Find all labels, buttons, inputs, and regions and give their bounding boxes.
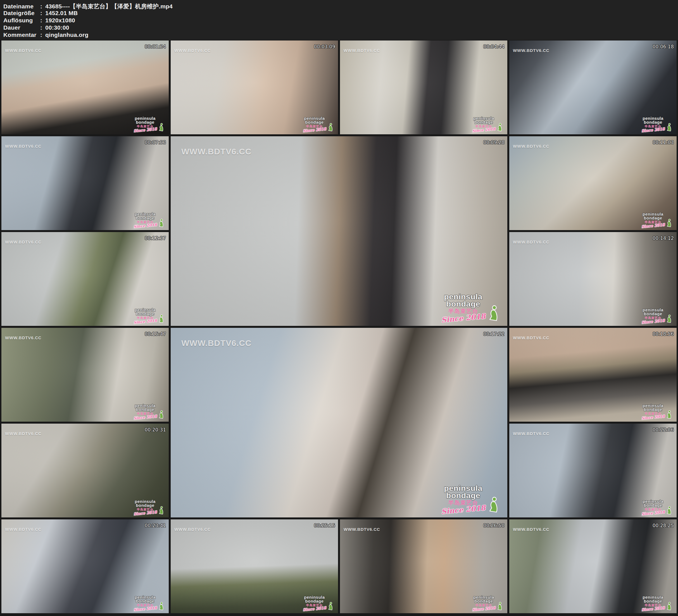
site-watermark: WWW.BDTV6.CC xyxy=(513,48,549,53)
video-thumbnail[interactable]: WWW.BDTV6.CC 00:18:56 peninsula bondage … xyxy=(509,328,677,422)
timestamp-overlay: 00:26:50 xyxy=(483,523,504,528)
timestamp-overlay: 00:11:03 xyxy=(652,140,674,145)
timestamp-overlay: 00:18:56 xyxy=(652,331,674,337)
logo-text: peninsula bondage 半岛束艺台 Since 2018 xyxy=(641,500,665,515)
peninsula-bondage-logo: peninsula bondage 半岛束艺台 Since 2018 xyxy=(303,595,334,611)
video-thumbnail[interactable]: WWW.BDTV6.CC 00:06:18 peninsula bondage … xyxy=(509,40,677,134)
video-thumbnail[interactable]: WWW.BDTV6.CC 00:01:34 peninsula bondage … xyxy=(1,40,169,134)
video-thumbnail[interactable]: WWW.BDTV6.CC 00:11:03 peninsula bondage … xyxy=(509,136,677,230)
logo-text: peninsula bondage 半岛束艺台 Since 2018 xyxy=(303,595,326,611)
video-thumbnail[interactable]: WWW.BDTV6.CC 00:17:22 peninsula bondage … xyxy=(171,328,507,517)
site-watermark: WWW.BDTV6.CC xyxy=(181,147,252,156)
site-watermark: WWW.BDTV6.CC xyxy=(5,527,41,532)
filename-label: Dateiname xyxy=(3,3,40,10)
meta-row-filename: Dateiname : 43685----【半岛束艺台】【泽爱】机房维护.mp4 xyxy=(3,2,675,10)
separator: : xyxy=(40,32,45,38)
timestamp-overlay: 00:07:53 xyxy=(145,140,166,145)
peninsula-bondage-logo: peninsula bondage 半岛束艺台 Since 2018 xyxy=(641,404,672,419)
timestamp-overlay: 00:17:22 xyxy=(483,331,504,337)
video-thumbnail[interactable]: WWW.BDTV6.CC 00:22:06 peninsula bondage … xyxy=(509,424,677,517)
video-thumbnail[interactable]: WWW.BDTV6.CC 00:12:37 peninsula bondage … xyxy=(1,232,169,326)
logo-text: peninsula bondage 半岛束艺台 Since 2018 xyxy=(134,116,157,132)
peninsula-bondage-logo: peninsula bondage 半岛束艺台 Since 2018 xyxy=(134,308,164,323)
meta-row-duration: Dauer : 00:30:00 xyxy=(3,24,675,32)
file-info-header: Dateiname : 43685----【半岛束艺台】【泽爱】机房维护.mp4… xyxy=(0,0,678,40)
logo-text: peninsula bondage 半岛束艺台 Since 2018 xyxy=(472,116,496,132)
logo-line-2: bondage xyxy=(472,599,496,603)
logo-line-2: bondage xyxy=(134,312,157,316)
logo-line-2: bondage xyxy=(134,599,157,603)
logo-text: peninsula bondage 半岛束艺台 Since 2018 xyxy=(134,595,157,611)
video-thumbnail[interactable]: WWW.BDTV6.CC 00:03:09 peninsula bondage … xyxy=(171,40,338,134)
site-watermark: WWW.BDTV6.CC xyxy=(5,48,41,53)
video-thumbnail[interactable]: WWW.BDTV6.CC 00:09:28 peninsula bondage … xyxy=(171,136,507,326)
logo-line-2: bondage xyxy=(134,216,157,220)
video-thumbnail[interactable]: WWW.BDTV6.CC 00:15:47 peninsula bondage … xyxy=(1,328,169,422)
logo-text: peninsula bondage 半岛束艺台 Since 2018 xyxy=(134,404,157,419)
logo-text: peninsula bondage 半岛束艺台 Since 2018 xyxy=(134,308,157,323)
logo-line-2: bondage xyxy=(641,503,665,507)
kneeling-figure-icon xyxy=(157,410,164,419)
video-thumbnail[interactable]: WWW.BDTV6.CC 00:26:50 peninsula bondage … xyxy=(340,519,507,613)
kneeling-figure-icon xyxy=(666,506,672,515)
video-thumbnail[interactable]: WWW.BDTV6.CC 00:23:41 peninsula bondage … xyxy=(1,519,169,613)
site-watermark: WWW.BDTV6.CC xyxy=(174,527,211,532)
separator: : xyxy=(40,10,45,16)
kneeling-figure-icon xyxy=(666,219,672,228)
kneeling-figure-icon xyxy=(666,602,672,611)
peninsula-bondage-logo: peninsula bondage 半岛束艺台 Since 2018 xyxy=(134,212,164,228)
logo-text: peninsula bondage 半岛束艺台 Since 2018 xyxy=(134,500,157,515)
peninsula-bondage-logo: peninsula bondage 半岛束艺台 Since 2018 xyxy=(472,595,503,611)
video-thumbnail[interactable]: WWW.BDTV6.CC 00:20:31 peninsula bondage … xyxy=(1,424,169,517)
comment-value: qinglanhua.org xyxy=(45,32,675,38)
kneeling-figure-icon xyxy=(666,410,672,419)
timestamp-overlay: 00:28:25 xyxy=(652,523,674,528)
logo-text: peninsula bondage 半岛束艺台 Since 2018 xyxy=(303,116,326,132)
timestamp-overlay: 00:22:06 xyxy=(652,427,674,432)
logo-text: peninsula bondage 半岛束艺台 Since 2018 xyxy=(441,293,486,322)
site-watermark: WWW.BDTV6.CC xyxy=(5,335,41,340)
video-thumbnail[interactable]: WWW.BDTV6.CC 00:28:25 peninsula bondage … xyxy=(509,519,677,613)
peninsula-bondage-logo: peninsula bondage 半岛束艺台 Since 2018 xyxy=(641,308,672,323)
logo-text: peninsula bondage 半岛束艺台 Since 2018 xyxy=(641,308,665,323)
logo-line-2: bondage xyxy=(641,599,665,603)
kneeling-figure-icon xyxy=(666,314,672,323)
timestamp-overlay: 00:15:47 xyxy=(145,331,166,337)
kneeling-figure-icon xyxy=(157,123,164,132)
filename-value: 43685----【半岛束艺台】【泽爱】机房维护.mp4 xyxy=(45,2,675,10)
peninsula-bondage-logo: peninsula bondage 半岛束艺台 Since 2018 xyxy=(303,116,334,132)
filesize-value: 1452.01 MB xyxy=(45,10,675,16)
timestamp-overlay: 00:20:31 xyxy=(145,427,166,432)
site-watermark: WWW.BDTV6.CC xyxy=(513,431,549,436)
duration-value: 00:30:00 xyxy=(45,24,675,31)
site-watermark: WWW.BDTV6.CC xyxy=(5,144,41,149)
timestamp-overlay: 00:23:41 xyxy=(145,523,166,528)
timestamp-overlay: 00:25:15 xyxy=(314,523,335,528)
peninsula-bondage-logo: peninsula bondage 半岛束艺台 Since 2018 xyxy=(134,500,164,515)
filesize-label: Dateigröße xyxy=(3,10,40,16)
timestamp-overlay: 00:12:37 xyxy=(145,235,166,241)
site-watermark: WWW.BDTV6.CC xyxy=(344,527,380,532)
kneeling-figure-icon xyxy=(487,305,499,322)
video-thumbnail[interactable]: WWW.BDTV6.CC 00:07:53 peninsula bondage … xyxy=(1,136,169,230)
video-thumbnail[interactable]: WWW.BDTV6.CC 00:04:44 peninsula bondage … xyxy=(340,40,507,134)
peninsula-bondage-logo: peninsula bondage 半岛束艺台 Since 2018 xyxy=(441,293,499,322)
logo-line-2: bondage xyxy=(641,216,665,220)
site-watermark: WWW.BDTV6.CC xyxy=(344,48,380,53)
peninsula-bondage-logo: peninsula bondage 半岛束艺台 Since 2018 xyxy=(641,116,672,132)
logo-line-2: bondage xyxy=(134,503,157,507)
kneeling-figure-icon xyxy=(157,506,164,515)
site-watermark: WWW.BDTV6.CC xyxy=(513,240,549,244)
kneeling-figure-icon xyxy=(157,314,164,323)
meta-row-filesize: Dateigröße : 1452.01 MB xyxy=(3,10,675,17)
logo-text: peninsula bondage 半岛束艺台 Since 2018 xyxy=(441,485,486,513)
logo-text: peninsula bondage 半岛束艺台 Since 2018 xyxy=(641,212,665,228)
logo-text: peninsula bondage 半岛束艺台 Since 2018 xyxy=(472,595,496,611)
logo-text: peninsula bondage 半岛束艺台 Since 2018 xyxy=(134,212,157,228)
video-thumbnail[interactable]: WWW.BDTV6.CC 00:14:12 peninsula bondage … xyxy=(509,232,677,326)
peninsula-bondage-logo: peninsula bondage 半岛束艺台 Since 2018 xyxy=(641,595,672,611)
timestamp-overlay: 00:14:12 xyxy=(652,235,674,241)
video-thumbnail[interactable]: WWW.BDTV6.CC 00:25:15 peninsula bondage … xyxy=(171,519,338,613)
site-watermark: WWW.BDTV6.CC xyxy=(5,431,41,436)
logo-line-2: bondage xyxy=(641,408,665,412)
